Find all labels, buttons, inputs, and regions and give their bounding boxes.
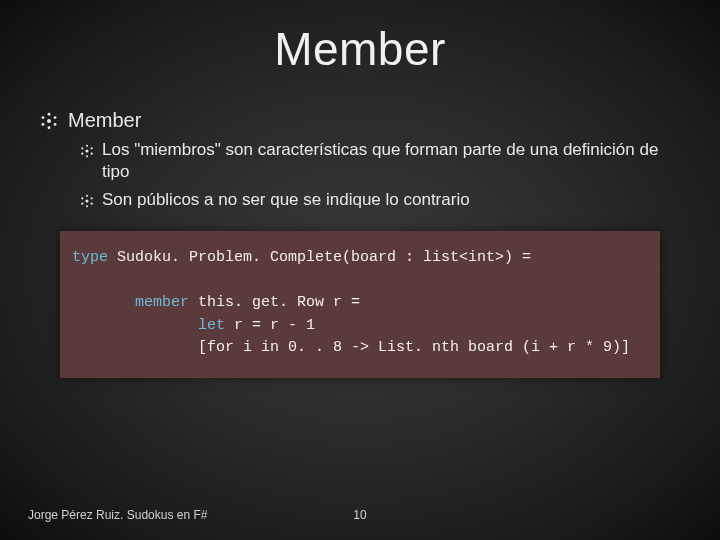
code-text: r = r - 1 <box>225 317 315 334</box>
svg-point-4 <box>54 116 57 119</box>
svg-point-20 <box>91 203 93 205</box>
svg-point-5 <box>42 123 45 126</box>
asterisk-icon <box>40 112 58 130</box>
bullet-level2: Son públicos a no ser que se indique lo … <box>40 189 680 211</box>
svg-point-13 <box>91 153 93 155</box>
code-keyword: type <box>72 249 108 266</box>
svg-point-2 <box>48 126 51 129</box>
bullet-text-l2a: Los "miembros" son características que f… <box>102 139 680 183</box>
svg-point-6 <box>54 123 57 126</box>
content-area: Member Los "miembros" son característica… <box>0 76 720 378</box>
slide-title: Member <box>0 0 720 76</box>
slide-footer: Jorge Pérez Ruiz. Sudokus en F# 10 <box>0 508 720 522</box>
asterisk-icon <box>80 194 94 208</box>
code-block: type Sudoku. Problem. Complete(board : l… <box>60 231 660 378</box>
svg-point-14 <box>85 200 88 203</box>
code-text: Sudoku. Problem. Complete(board : list<i… <box>108 249 531 266</box>
svg-point-18 <box>91 197 93 199</box>
bullet-text-l2b: Son públicos a no ser que se indique lo … <box>102 189 470 211</box>
svg-point-7 <box>85 149 88 152</box>
code-content: type Sudoku. Problem. Complete(board : l… <box>72 247 642 360</box>
code-keyword: member <box>135 294 189 311</box>
code-text: [for i in 0. . 8 -> List. nth board (i +… <box>198 339 630 356</box>
bullet-text-l1: Member <box>68 108 141 133</box>
svg-point-16 <box>86 205 88 207</box>
svg-point-3 <box>42 116 45 119</box>
svg-point-12 <box>81 153 83 155</box>
footer-page-number: 10 <box>353 508 366 522</box>
svg-point-19 <box>81 203 83 205</box>
footer-author: Jorge Pérez Ruiz. Sudokus en F# <box>0 508 207 522</box>
asterisk-icon <box>80 144 94 158</box>
bullet-level2: Los "miembros" son características que f… <box>40 139 680 183</box>
svg-point-9 <box>86 155 88 157</box>
bullet-level1: Member <box>40 108 680 133</box>
svg-point-8 <box>86 145 88 147</box>
svg-point-10 <box>81 147 83 149</box>
svg-point-0 <box>47 119 51 123</box>
svg-point-11 <box>91 147 93 149</box>
svg-point-17 <box>81 197 83 199</box>
svg-point-1 <box>48 113 51 116</box>
svg-point-15 <box>86 195 88 197</box>
code-text: this. get. Row r = <box>189 294 360 311</box>
code-keyword: let <box>198 317 225 334</box>
